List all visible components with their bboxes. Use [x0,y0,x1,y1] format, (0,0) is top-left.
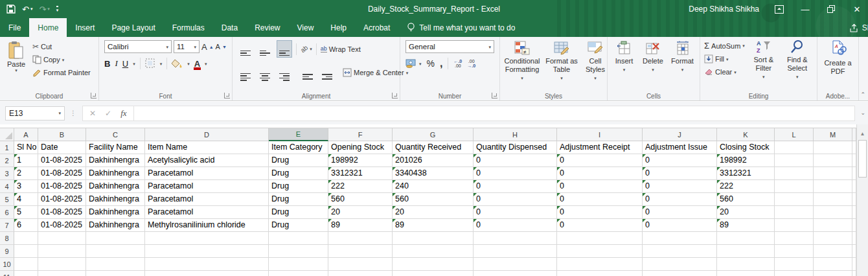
cell-K2[interactable]: 198992 [717,154,775,167]
cell-B4[interactable]: 01-08-2025 [38,180,86,193]
accounting-format-button[interactable]: ▾ [405,59,422,68]
underline-button[interactable]: U [122,59,128,69]
cell-L5[interactable] [775,193,814,206]
enter-button[interactable]: ✓ [105,109,111,118]
minimize-button[interactable]: — [799,3,811,15]
format-cells-button[interactable]: Format ▾ [668,41,697,90]
cell-I2[interactable]: 0 [557,154,643,167]
cell-B8[interactable] [38,232,86,245]
cell-G4[interactable]: 240 [393,180,474,193]
ribbon-display-options-button[interactable] [773,3,785,15]
cell-B7[interactable]: 01-08-2025 [38,219,86,232]
cell-J4[interactable]: 0 [643,180,717,193]
cell-B2[interactable]: 01-08-2025 [38,154,86,167]
cell-A3[interactable]: 2 [14,167,38,180]
cell-F6[interactable]: 20 [328,206,393,219]
delete-cells-button[interactable]: Delete ▾ [639,41,667,90]
cell-E7[interactable]: Drug [269,219,328,232]
cell-A8[interactable] [14,232,38,245]
cell-M5[interactable] [814,193,852,206]
format-as-table-button[interactable]: Format as Table ▾ [543,41,580,90]
increase-font-button[interactable]: A▲ [201,40,214,53]
cell-I5[interactable]: 0 [557,193,643,206]
column-header-B[interactable]: B [38,128,86,141]
cell-J10[interactable] [643,258,717,271]
cell-E1[interactable]: Item Category [269,141,328,154]
cell-G10[interactable] [393,258,474,271]
select-all-corner[interactable] [0,128,14,141]
tab-insert[interactable]: Insert [67,18,103,37]
cell-A5[interactable]: 4 [14,193,38,206]
bold-button[interactable]: B [104,59,110,69]
formula-input[interactable] [134,106,855,121]
cell-G2[interactable]: 201026 [393,154,474,167]
cell-M4[interactable] [814,180,852,193]
cell-J3[interactable]: 0 [643,167,717,180]
row-header-11[interactable]: 11 [0,271,14,276]
cell-C3[interactable]: Dakhinhengra [86,167,145,180]
comma-style-button[interactable]: , [440,58,442,69]
restore-button[interactable] [825,3,837,15]
cell-B6[interactable]: 01-08-2025 [38,206,86,219]
caret-icon[interactable]: ▾ [205,62,207,66]
cell-H7[interactable]: 0 [474,219,557,232]
middle-align-button[interactable] [257,40,273,58]
column-header-C[interactable]: C [86,128,145,141]
cell-M9[interactable] [814,245,852,258]
cell-I4[interactable]: 0 [557,180,643,193]
cut-button[interactable]: ✂Cut [32,42,91,51]
row-header-10[interactable]: 10 [0,258,14,271]
font-size-combo[interactable]: 11▾ [174,40,200,53]
borders-button[interactable] [145,58,155,69]
clear-button[interactable]: Clear▾ [704,67,745,76]
cell-A11[interactable] [14,271,38,276]
cell-F7[interactable]: 89 [328,219,393,232]
cell-M11[interactable] [814,271,852,276]
cell-M2[interactable] [814,154,852,167]
cell-A7[interactable]: 6 [14,219,38,232]
column-header-K[interactable]: K [717,128,775,141]
cell-J5[interactable]: 0 [643,193,717,206]
row-header-1[interactable]: 1 [0,141,14,154]
cell-M7[interactable] [814,219,852,232]
cell-G8[interactable] [393,232,474,245]
cell-D2[interactable]: Acetylsalicylic acid [145,154,269,167]
scroll-up-icon[interactable]: ▲ [857,128,868,139]
cell-J11[interactable] [643,271,717,276]
row-header-8[interactable]: 8 [0,232,14,245]
cell-C10[interactable] [86,258,145,271]
cell-M10[interactable] [814,258,852,271]
cell-A2[interactable]: 1 [14,154,38,167]
cell-I6[interactable]: 0 [557,206,643,219]
cell-H2[interactable]: 0 [474,154,557,167]
number-dialog-launcher[interactable] [492,93,497,98]
cell-G11[interactable] [393,271,474,276]
cell-C5[interactable]: Dakhinhengra [86,193,145,206]
cell-L7[interactable] [775,219,814,232]
caret-icon[interactable]: ▾ [160,62,163,66]
cell-F3[interactable]: 3312321 [328,167,393,180]
cell-E2[interactable]: Drug [269,154,328,167]
cell-L10[interactable] [775,258,814,271]
decrease-decimal-button[interactable]: .00→.0 [467,59,475,68]
cell-D4[interactable]: Paracetamol [145,180,269,193]
cell-M8[interactable] [814,232,852,245]
cell-F9[interactable] [328,245,393,258]
cell-H5[interactable]: 0 [474,193,557,206]
tab-data[interactable]: Data [213,18,246,37]
create-pdf-button[interactable]: A Create a PDF [822,40,854,90]
column-header-H[interactable]: H [474,128,557,141]
cell-D5[interactable]: Paracetamol [145,193,269,206]
bottom-align-button[interactable] [277,40,292,58]
cell-styles-button[interactable]: Cell Styles ▾ [580,41,610,90]
font-dialog-launcher[interactable] [224,93,230,98]
cell-C11[interactable] [86,271,145,276]
row-header-9[interactable]: 9 [0,245,14,258]
cell-J9[interactable] [643,245,717,258]
cell-B11[interactable] [38,271,86,276]
tab-acrobat[interactable]: Acrobat [355,18,398,37]
cell-H4[interactable]: 0 [474,180,557,193]
align-center-button[interactable] [257,63,273,83]
expand-formula-bar-button[interactable]: ⌄ [860,109,865,116]
cell-H6[interactable]: 0 [474,206,557,219]
